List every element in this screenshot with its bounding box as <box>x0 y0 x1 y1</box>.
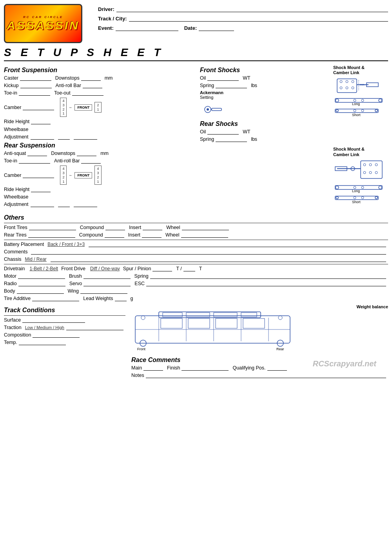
temp-input[interactable] <box>19 340 66 345</box>
camber-numbers-rear-left: 4321 <box>60 166 67 185</box>
svg-point-28 <box>363 164 366 166</box>
qualifying-input[interactable] <box>267 365 287 371</box>
toeout-input[interactable] <box>72 90 103 96</box>
wb-input1-rear[interactable] <box>31 202 54 207</box>
pinion-input[interactable] <box>183 266 195 271</box>
spring-input-rear[interactable] <box>216 136 247 142</box>
svg-point-29 <box>369 164 372 166</box>
esc-input[interactable] <box>146 281 386 286</box>
wb-input1-front[interactable] <box>31 134 54 140</box>
antiroll-input-rear[interactable] <box>81 158 101 164</box>
battery-input[interactable] <box>89 242 386 247</box>
compound-input1[interactable] <box>105 225 125 230</box>
main-input[interactable] <box>143 365 163 371</box>
lbs-label-rear: lbs <box>251 136 257 142</box>
antisquat-label: Anti-squat <box>4 151 26 156</box>
motor-row: Motor Brush Spring <box>4 273 388 279</box>
race-comments-title: Race Comments <box>131 357 388 364</box>
downstops-input[interactable] <box>81 75 101 81</box>
event-input[interactable] <box>116 25 178 31</box>
rideheight-row-rear: Ride Height <box>4 187 196 192</box>
wing-input[interactable] <box>80 288 127 294</box>
spring-others-input[interactable] <box>150 273 386 279</box>
toein-input-rear[interactable] <box>19 158 50 164</box>
antiroll-input[interactable] <box>83 83 102 88</box>
toein-input[interactable] <box>19 90 50 96</box>
race-comments-section: Race Comments Main Finish Qualifying Pos… <box>131 357 388 378</box>
wb-input3-rear[interactable] <box>74 202 97 207</box>
svg-rect-27 <box>361 161 382 178</box>
oil-input-front[interactable] <box>207 75 239 81</box>
temp-label: Temp. <box>4 340 17 345</box>
kickup-input[interactable] <box>20 83 52 88</box>
brush-label: Brush <box>69 273 82 279</box>
comments-input[interactable] <box>31 249 386 255</box>
compound-input2[interactable] <box>105 232 124 238</box>
tire-additive-input[interactable] <box>32 296 79 301</box>
finish-input[interactable] <box>181 365 229 371</box>
traction-input[interactable] <box>66 325 123 330</box>
camber-input-rear[interactable] <box>23 173 54 178</box>
antisquat-input[interactable] <box>27 151 47 156</box>
body-input[interactable] <box>17 288 64 294</box>
svg-point-5 <box>340 80 342 83</box>
track-label: Track / City: <box>98 16 127 22</box>
rideheight-input-front[interactable] <box>31 119 51 124</box>
surface-input[interactable] <box>22 317 85 323</box>
adjustment-row-front: Adjustment <box>4 134 196 140</box>
wb-input2-rear[interactable] <box>58 202 70 207</box>
brush-input[interactable] <box>83 273 131 279</box>
adjustment-label-front: Adjustment <box>4 134 29 140</box>
rear-tires-input[interactable] <box>28 232 75 238</box>
ackermann-area: Ackermann Setting <box>200 90 331 116</box>
wheel-input1[interactable] <box>182 225 229 230</box>
t-label1: T / <box>176 266 181 271</box>
logo-box: RC CAR CIRCLE ASSASSIN <box>4 4 82 43</box>
qualifying-label: Qualifying Pos. <box>232 365 265 371</box>
rideheight-input-rear[interactable] <box>31 187 51 192</box>
front-shock-diagram-svg: mm Long Short <box>333 77 386 124</box>
spurpinion-label: Spur / Pinion <box>123 266 151 271</box>
svg-rect-43 <box>335 196 378 200</box>
lead-weights-input[interactable] <box>115 296 127 301</box>
logo-area: RC CAR CIRCLE ASSASSIN <box>4 4 90 43</box>
svg-point-30 <box>375 164 377 166</box>
spring-input-front[interactable] <box>216 83 247 88</box>
svg-rect-61 <box>161 318 182 328</box>
finish-label: Finish <box>167 365 180 371</box>
svg-point-18 <box>361 99 364 102</box>
date-input[interactable] <box>199 25 234 31</box>
track-input[interactable] <box>129 15 388 22</box>
notes-input[interactable] <box>146 373 386 378</box>
others-title: Others <box>4 214 388 221</box>
driver-input[interactable] <box>116 6 388 12</box>
drivetrain-row: Drivetrain 1-Belt / 2-Belt Front Drive D… <box>4 266 388 271</box>
front-tires-input[interactable] <box>29 225 76 230</box>
insert-input2[interactable] <box>142 232 162 238</box>
wb-input3-front[interactable] <box>74 134 97 140</box>
rideheight-row-front: Ride Height <box>4 119 196 124</box>
camber-input-front[interactable] <box>23 105 54 110</box>
motor-input[interactable] <box>18 273 65 279</box>
composition-input[interactable] <box>33 332 80 338</box>
camber-row-rear: Camber 4321 ← FRONT 4321 <box>4 166 196 185</box>
svg-point-8 <box>340 87 342 89</box>
radio-input[interactable] <box>18 281 65 286</box>
camber-row-front: Camber 4321 ← FRONT 21 <box>4 98 196 117</box>
battery-value: Back / Front / 3+3 <box>47 242 85 247</box>
oil-input-rear[interactable] <box>207 129 239 135</box>
front-suspension-title: Front Suspension <box>4 67 196 74</box>
wheel-input2[interactable] <box>181 232 228 238</box>
caster-input[interactable] <box>20 75 51 81</box>
camber-numbers-left: 4321 <box>60 98 67 117</box>
comments-row: Comments <box>4 249 388 255</box>
toein-label-rear: Toe-in <box>4 158 17 164</box>
insert-input1[interactable] <box>143 225 162 230</box>
downstops-input-rear[interactable] <box>77 151 96 156</box>
wb-input2-front[interactable] <box>58 134 70 140</box>
chassis-input[interactable] <box>51 257 386 262</box>
front-box: FRONT <box>74 104 92 111</box>
servo-input[interactable] <box>83 281 131 286</box>
esc-label: ESC <box>134 281 145 286</box>
spur-input[interactable] <box>152 266 172 271</box>
